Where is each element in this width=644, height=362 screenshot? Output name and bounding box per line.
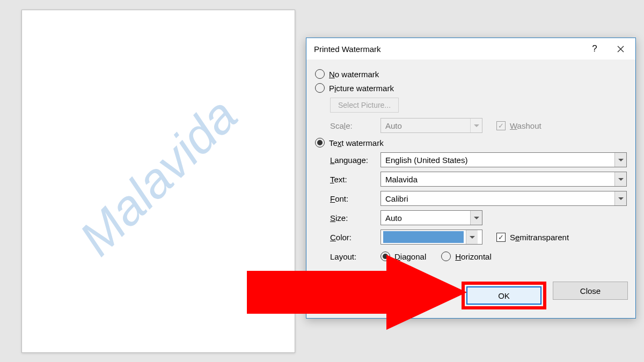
color-label: Color: (330, 233, 380, 242)
text-label: Text: (330, 175, 380, 184)
chevron-down-icon[interactable] (466, 230, 478, 244)
chevron-down-icon (470, 119, 482, 132)
layout-label: Layout: (330, 252, 380, 261)
semitransparent-checkbox[interactable] (496, 233, 506, 242)
watermark-text: Malavida (69, 87, 248, 267)
radio-label: Horizontal (455, 252, 492, 261)
radio-icon (315, 83, 325, 93)
radio-label: Picture watermark (329, 84, 394, 93)
radio-icon (441, 252, 451, 261)
font-label: Font: (330, 194, 380, 203)
chevron-down-icon[interactable] (614, 191, 626, 205)
language-value: English (United States) (381, 156, 614, 165)
radio-icon (315, 69, 325, 79)
radio-label: Text watermark (329, 138, 384, 147)
select-picture-button: Select Picture... (330, 98, 399, 113)
chevron-down-icon[interactable] (614, 153, 626, 167)
radio-label: No watermark (329, 70, 379, 79)
radio-icon (380, 252, 390, 261)
radio-picture-watermark[interactable]: Picture watermark (315, 83, 627, 93)
radio-label: Diagonal (394, 252, 426, 261)
washout-checkbox (496, 121, 506, 130)
text-value: Malavida (381, 175, 614, 184)
scale-label: Scale: (330, 121, 380, 130)
dialog-title: Printed Watermark (314, 45, 582, 54)
scale-combo: Auto (380, 118, 482, 133)
help-button[interactable]: ? (582, 40, 608, 58)
printed-watermark-dialog: Printed Watermark ? No watermark Picture… (306, 38, 636, 319)
radio-diagonal[interactable]: Diagonal (380, 252, 426, 261)
radio-horizontal[interactable]: Horizontal (441, 252, 492, 261)
scale-value: Auto (381, 121, 470, 130)
washout-label: Washout (510, 121, 541, 130)
close-button[interactable]: Close (553, 282, 628, 300)
chevron-down-icon[interactable] (470, 211, 482, 225)
size-label: Size: (330, 213, 380, 223)
size-combo[interactable]: Auto (380, 210, 482, 225)
semitransparent-label: Semitransparent (510, 233, 569, 242)
chevron-down-icon[interactable] (614, 172, 626, 186)
ok-button[interactable]: OK (466, 286, 541, 305)
size-value: Auto (381, 213, 470, 223)
language-label: Language: (330, 156, 380, 165)
font-combo[interactable]: Calibri (380, 191, 627, 206)
color-combo[interactable] (380, 230, 482, 245)
dialog-titlebar: Printed Watermark ? (306, 38, 635, 60)
ok-highlight-annotation: OK (462, 282, 546, 309)
language-combo[interactable]: English (United States) (380, 152, 627, 167)
radio-no-watermark[interactable]: No watermark (315, 69, 627, 79)
radio-icon (315, 138, 325, 147)
text-combo[interactable]: Malavida (380, 172, 627, 187)
document-page: Malavida (21, 10, 295, 353)
close-icon[interactable] (608, 40, 633, 58)
radio-text-watermark[interactable]: Text watermark (315, 138, 627, 147)
font-value: Calibri (381, 194, 614, 203)
color-swatch (383, 231, 464, 243)
dialog-footer: OK Close (306, 277, 635, 318)
